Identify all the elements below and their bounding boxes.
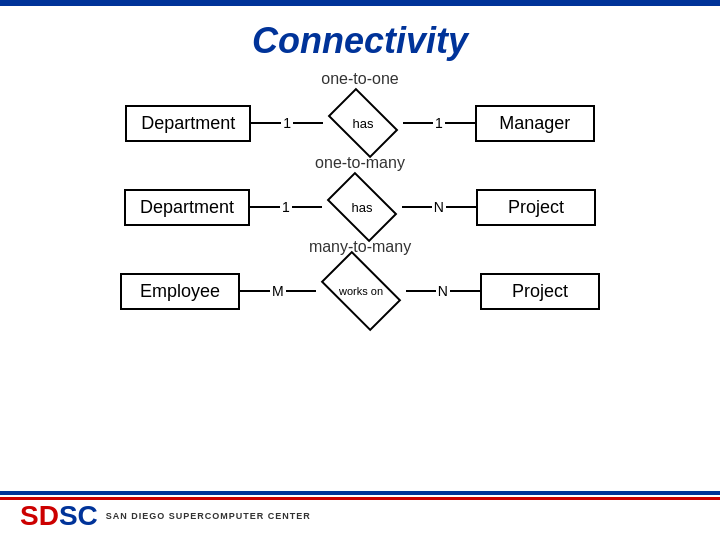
logo-sc: SC (59, 500, 98, 531)
section-label-1: one-to-one (20, 70, 700, 88)
line-3c (406, 290, 436, 292)
relationship-label-1: has (353, 116, 374, 131)
entity-project-2: Project (480, 273, 600, 310)
line-2b (292, 206, 322, 208)
line-2a (250, 206, 280, 208)
main-content: Connectivity one-to-one Department 1 has… (0, 10, 720, 332)
entity-manager: Manager (475, 105, 595, 142)
entity-department-1: Department (125, 105, 251, 142)
cardinality-right-3: N (438, 283, 448, 299)
er-row-3: Employee M works on N Project (20, 266, 700, 316)
footer-text: SAN DIEGO SUPERCOMPUTER CENTER (106, 511, 311, 521)
entity-employee: Employee (120, 273, 240, 310)
cardinality-left-1: 1 (283, 115, 291, 131)
cardinality-left-3: M (272, 283, 284, 299)
section-one-to-one: one-to-one Department 1 has 1 Manager (20, 70, 700, 148)
top-decorative-line (0, 0, 720, 6)
line-2c (402, 206, 432, 208)
page-title: Connectivity (20, 20, 700, 62)
connector-right-2: N (402, 199, 476, 215)
diamond-3: works on (316, 266, 406, 316)
bottom-decorative-lines (0, 491, 720, 500)
cardinality-right-2: N (434, 199, 444, 215)
section-many-to-many: many-to-many Employee M works on N Proje… (20, 238, 700, 316)
connector-left-1: 1 (251, 115, 323, 131)
er-row-1: Department 1 has 1 Manager (20, 98, 700, 148)
connector-left-3: M (240, 283, 316, 299)
footer: SDSC SAN DIEGO SUPERCOMPUTER CENTER (20, 500, 311, 532)
line-3d (450, 290, 480, 292)
section-one-to-many: one-to-many Department 1 has N Project (20, 154, 700, 232)
sdsc-logo: SDSC (20, 500, 98, 532)
bottom-line-blue (0, 491, 720, 495)
connector-left-2: 1 (250, 199, 322, 215)
relationship-label-2: has (351, 200, 372, 215)
connector-right-3: N (406, 283, 480, 299)
diamond-2: has (322, 182, 402, 232)
line-1d (445, 122, 475, 124)
line-2d (446, 206, 476, 208)
cardinality-right-1: 1 (435, 115, 443, 131)
section-label-3: many-to-many (20, 238, 700, 256)
logo-s: S (20, 500, 39, 531)
entity-department-2: Department (124, 189, 250, 226)
entity-project-1: Project (476, 189, 596, 226)
line-3a (240, 290, 270, 292)
line-3b (286, 290, 316, 292)
logo-d: D (39, 500, 59, 531)
line-1b (293, 122, 323, 124)
connector-right-1: 1 (403, 115, 475, 131)
cardinality-left-2: 1 (282, 199, 290, 215)
er-row-2: Department 1 has N Project (20, 182, 700, 232)
line-1a (251, 122, 281, 124)
section-label-2: one-to-many (20, 154, 700, 172)
diamond-1: has (323, 98, 403, 148)
line-1c (403, 122, 433, 124)
relationship-label-3: works on (339, 285, 383, 297)
